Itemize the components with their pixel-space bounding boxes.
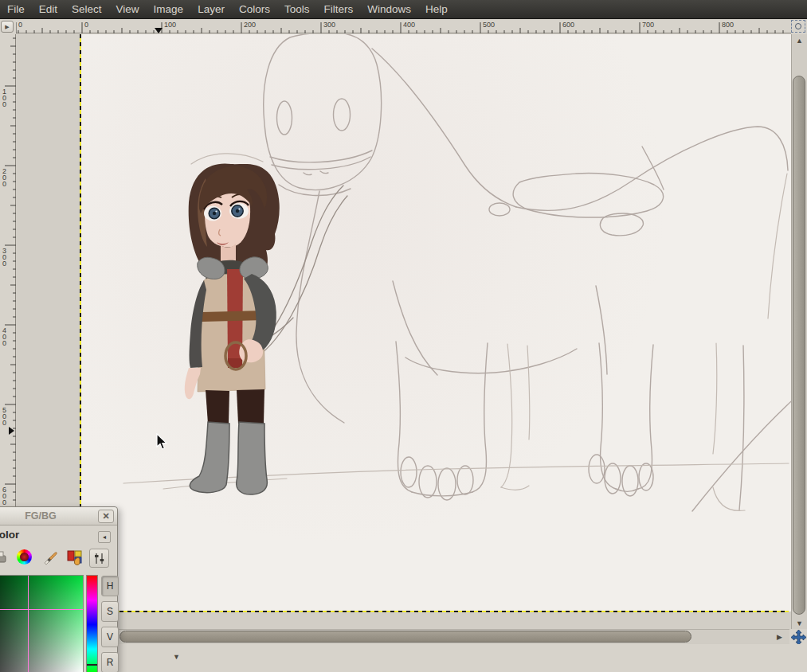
svg-text:600: 600 (2, 486, 6, 506)
svg-text:400: 400 (2, 326, 6, 347)
channel-button-s[interactable]: S (101, 601, 119, 622)
chevron-down-icon: ▼ (173, 654, 180, 661)
tab-menu-button[interactable]: ◂ (98, 531, 111, 543)
palette-icon[interactable] (67, 549, 84, 569)
channel-button-r[interactable]: R (101, 652, 119, 672)
statusbar (0, 644, 807, 672)
color-crosshair-h (0, 609, 83, 610)
chevron-left-icon: ◂ (103, 533, 106, 541)
scroll-right-icon[interactable]: ▶ (777, 634, 782, 641)
menu-item-layer[interactable]: Layer (190, 0, 232, 19)
color-crosshair-v (28, 576, 29, 672)
menu-item-view[interactable]: View (109, 0, 147, 19)
magnifier-icon (795, 23, 801, 29)
menu-item-file[interactable]: File (0, 0, 32, 19)
svg-text:0: 0 (84, 21, 88, 29)
mouse-cursor (156, 433, 168, 454)
character-girl (185, 154, 280, 494)
zoom-follow-window-button[interactable] (791, 20, 805, 33)
svg-text:500: 500 (483, 21, 495, 29)
menu-item-select[interactable]: Select (65, 0, 109, 19)
svg-text:0: 0 (18, 21, 22, 29)
svg-text:600: 600 (562, 21, 574, 29)
right-triangle-icon: ▶ (5, 24, 9, 29)
fgbg-color-dialog[interactable]: FG/BG ✕ Color ◂ (0, 506, 118, 672)
hue-slider[interactable] (86, 575, 98, 672)
scroll-down-icon[interactable]: ▼ (796, 620, 803, 627)
dialog-tab-label: Color (0, 529, 19, 541)
paintbrush-icon[interactable] (42, 549, 58, 568)
menu-item-windows[interactable]: Windows (360, 0, 418, 19)
color-sv-square[interactable] (0, 575, 84, 672)
vertical-scrollbar-thumb[interactable] (793, 76, 805, 615)
svg-text:300: 300 (323, 21, 335, 29)
hue-marker (87, 664, 97, 666)
horizontal-ruler[interactable]: 00100200300400500600700800 (16, 20, 791, 33)
horizontal-scrollbar-thumb[interactable] (119, 631, 691, 643)
artwork-drawing (81, 34, 791, 611)
pan-cross-icon (791, 630, 806, 645)
color-wheel-icon[interactable] (17, 549, 32, 565)
svg-text:200: 200 (244, 21, 256, 29)
menu-item-colors[interactable]: Colors (232, 0, 277, 19)
menu-item-help[interactable]: Help (418, 0, 455, 19)
menu-item-filters[interactable]: Filters (316, 0, 360, 19)
close-icon[interactable]: ✕ (98, 510, 114, 523)
svg-text:200: 200 (2, 167, 6, 188)
svg-text:800: 800 (722, 21, 734, 29)
printer-icon[interactable] (0, 549, 7, 568)
channel-button-h[interactable]: H (101, 576, 119, 596)
svg-text:400: 400 (403, 21, 415, 29)
svg-text:500: 500 (2, 406, 6, 427)
pointer-x-marker (155, 28, 163, 33)
navigation-pan-button[interactable] (790, 629, 807, 645)
pointer-y-marker (9, 427, 14, 435)
channel-button-v[interactable]: V (101, 627, 119, 647)
canvas-viewport[interactable] (16, 34, 791, 629)
menubar: FileEditSelectViewImageLayerColorsToolsF… (0, 0, 807, 19)
sliders-icon (93, 553, 105, 565)
menu-item-edit[interactable]: Edit (32, 0, 65, 19)
menu-item-image[interactable]: Image (147, 0, 191, 19)
svg-text:100: 100 (2, 88, 6, 108)
svg-text:300: 300 (2, 247, 6, 268)
menu-item-tools[interactable]: Tools (277, 0, 317, 19)
image-menu-button[interactable]: ▶ (1, 21, 14, 33)
svg-text:700: 700 (642, 21, 654, 29)
svg-text:100: 100 (164, 21, 176, 29)
scroll-up-icon[interactable]: ▲ (796, 37, 803, 45)
scales-tab-button[interactable] (89, 549, 109, 568)
